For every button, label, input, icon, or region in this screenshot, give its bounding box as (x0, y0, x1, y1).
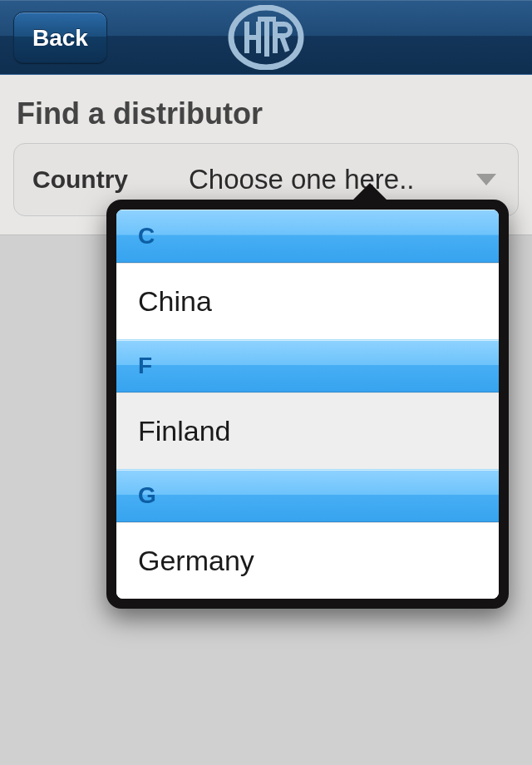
country-label: Country (14, 165, 189, 194)
popover-arrow-icon (352, 183, 388, 201)
list-item-finland[interactable]: Finland (116, 392, 499, 469)
list-item-label: China (138, 285, 212, 318)
popover-body: C China F Finland G Germany (106, 200, 509, 609)
svg-rect-5 (264, 17, 269, 57)
section-header-label: G (138, 482, 156, 509)
back-button-label: Back (32, 25, 88, 51)
section-header-g: G (116, 469, 499, 522)
section-header-f: F (116, 339, 499, 392)
section-header-label: F (138, 353, 152, 379)
list-item-label: Finland (138, 415, 231, 447)
list-item-germany[interactable]: Germany (116, 522, 499, 599)
svg-rect-7 (279, 34, 289, 52)
svg-rect-3 (256, 22, 261, 53)
country-popover: C China F Finland G Germany (106, 200, 509, 609)
section-header-label: C (138, 223, 155, 249)
logo-htr (226, 5, 306, 70)
list-item-label: Germany (138, 545, 254, 577)
section-header-c: C (116, 210, 499, 263)
country-listbox[interactable]: C China F Finland G Germany (116, 210, 499, 599)
page-title: Find a distributor (17, 96, 519, 131)
navbar: Back (0, 0, 532, 75)
chevron-down-icon (476, 174, 496, 185)
back-button[interactable]: Back (13, 12, 107, 63)
list-item-china[interactable]: China (116, 263, 499, 339)
